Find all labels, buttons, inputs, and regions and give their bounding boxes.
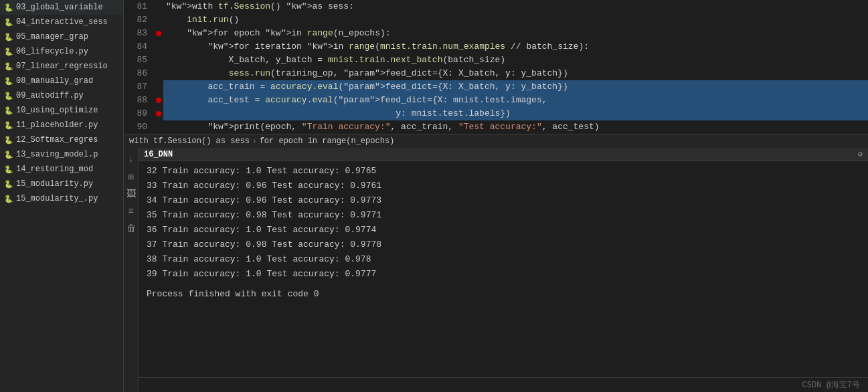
terminal-panel: ↓ ⊞ 🖼 ≡ 🗑 16_DNN ⚙ 32 Train accuracy: 1.… xyxy=(124,148,868,392)
code-line: 87 acc_train = accuracy.eval("param">fee… xyxy=(124,80,868,94)
terminal-footer: CSDN @海宝7号 xyxy=(139,377,868,392)
breakpoint-indicator xyxy=(156,31,161,36)
file-icon: 🐍 xyxy=(4,195,13,203)
file-icon: 🐍 xyxy=(4,106,13,115)
terminal-icon-1[interactable]: ↓ xyxy=(125,153,137,165)
terminal-icon-5[interactable]: 🗑 xyxy=(125,223,137,235)
line-content: X_batch, y_batch = mnist.train.next_batc… xyxy=(163,54,868,67)
file-name: 10_using_optimize xyxy=(16,106,98,115)
terminal-settings-icon[interactable]: ⚙ xyxy=(858,149,863,159)
line-content: y: mnist.test.labels}) xyxy=(163,107,868,120)
terminal-sidebar-icons: ↓ ⊞ 🖼 ≡ 🗑 xyxy=(124,148,139,392)
file-icon: 🐍 xyxy=(4,151,13,159)
output-line: 36 Train accuracy: 1.0 Test accuracy: 0.… xyxy=(147,223,860,237)
line-content: "kw">print(epoch, "Train accuracy:", acc… xyxy=(163,120,868,134)
line-gutter xyxy=(154,67,163,80)
output-line: 38 Train accuracy: 1.0 Test accuracy: 0.… xyxy=(147,252,860,267)
line-content: acc_test = accuracy.eval("param">feed_di… xyxy=(163,94,868,107)
file-name: 14_restoring_mod xyxy=(16,165,93,174)
sidebar-file-item[interactable]: 🐍05_manager_grap xyxy=(0,29,123,44)
line-content: "kw">with tf.Session() "kw">as sess: xyxy=(163,0,868,13)
line-gutter xyxy=(154,94,163,107)
sidebar-file-item[interactable]: 🐍14_restoring_mod xyxy=(0,162,123,177)
output-line: 37 Train accuracy: 0.98 Test accuracy: 0… xyxy=(147,237,860,252)
breadcrumb-item-2: for epoch in range(n_epochs) xyxy=(260,136,395,146)
sidebar-file-item[interactable]: 🐍07_linear_regressio xyxy=(0,59,123,74)
file-icon: 🐍 xyxy=(4,92,13,100)
sidebar-file-item[interactable]: 🐍15_modularity.py xyxy=(0,177,123,191)
file-name: 12_Softmax_regres xyxy=(16,135,98,144)
code-line: 86 sess.run(training_op, "param">feed_di… xyxy=(124,67,868,80)
file-name: 04_interactive_sess xyxy=(16,17,108,27)
sidebar-file-item[interactable]: 🐍10_using_optimize xyxy=(0,103,123,118)
sidebar-file-item[interactable]: 🐍12_Softmax_regres xyxy=(0,132,123,147)
code-line: 89 y: mnist.test.labels}) xyxy=(124,107,868,120)
code-line: 82 init.run() xyxy=(124,13,868,27)
file-name: 05_manager_grap xyxy=(16,32,88,41)
line-gutter xyxy=(154,40,163,54)
main-content: 81"kw">with tf.Session() "kw">as sess:82… xyxy=(124,0,868,392)
line-number: 87 xyxy=(124,80,154,94)
file-icon: 🐍 xyxy=(4,18,13,27)
file-icon: 🐍 xyxy=(4,180,13,189)
terminal-icon-3[interactable]: 🖼 xyxy=(125,188,137,200)
breadcrumb-separator: › xyxy=(252,137,257,145)
code-line: 83 "kw">for epoch "kw">in range(n_epochs… xyxy=(124,27,868,40)
line-content: init.run() xyxy=(163,13,868,27)
sidebar-file-item[interactable]: 🐍15_modularity_.py xyxy=(0,191,123,206)
line-gutter xyxy=(154,0,163,13)
code-line: 90 "kw">print(epoch, "Train accuracy:", … xyxy=(124,120,868,134)
sidebar-file-item[interactable]: 🐍13_saving_model.p xyxy=(0,147,123,162)
line-gutter xyxy=(154,80,163,94)
file-icon: 🐍 xyxy=(4,136,13,144)
terminal-body: 32 Train accuracy: 1.0 Test accuracy: 0.… xyxy=(139,161,868,377)
file-name: 08_manually_grad xyxy=(16,76,93,86)
output-lines: 32 Train accuracy: 1.0 Test accuracy: 0.… xyxy=(147,164,860,282)
output-line: 33 Train accuracy: 0.96 Test accuracy: 0… xyxy=(147,179,860,193)
sidebar-file-item[interactable]: 🐍09_autodiff.py xyxy=(0,88,123,103)
file-sidebar: 🐍03_global_variable🐍04_interactive_sess🐍… xyxy=(0,0,124,392)
line-content: "kw">for iteration "kw">in range(mnist.t… xyxy=(163,40,868,54)
sidebar-file-item[interactable]: 🐍11_placeholder.py xyxy=(0,118,123,132)
sidebar-file-item[interactable]: 🐍04_interactive_sess xyxy=(0,15,123,29)
terminal-header: 16_DNN ⚙ xyxy=(139,148,868,161)
output-line: 35 Train accuracy: 0.98 Test accuracy: 0… xyxy=(147,208,860,223)
line-gutter xyxy=(154,13,163,27)
code-line: 88 acc_test = accuracy.eval("param">feed… xyxy=(124,94,868,107)
line-content: acc_train = accuracy.eval("param">feed_d… xyxy=(163,80,868,94)
line-number: 89 xyxy=(124,107,154,120)
line-number: 88 xyxy=(124,94,154,107)
line-gutter xyxy=(154,107,163,120)
file-icon: 🐍 xyxy=(4,165,13,174)
sidebar-file-item[interactable]: 🐍06_lifecycle.py xyxy=(0,44,123,59)
line-gutter xyxy=(154,54,163,67)
sidebar-file-item[interactable]: 🐍03_global_variable xyxy=(0,0,123,15)
file-name: 09_autodiff.py xyxy=(16,91,84,100)
line-number: 81 xyxy=(124,0,154,13)
terminal-icon-4[interactable]: ≡ xyxy=(125,205,137,217)
file-name: 13_saving_model.p xyxy=(16,150,98,159)
code-lines: 81"kw">with tf.Session() "kw">as sess:82… xyxy=(124,0,868,134)
output-line: 39 Train accuracy: 1.0 Test accuracy: 0.… xyxy=(147,267,860,282)
terminal-icon-2[interactable]: ⊞ xyxy=(125,171,137,183)
output-line: 32 Train accuracy: 1.0 Test accuracy: 0.… xyxy=(147,164,860,179)
file-name: 11_placeholder.py xyxy=(16,120,98,130)
file-icon: 🐍 xyxy=(4,33,13,41)
code-line: 84 "kw">for iteration "kw">in range(mnis… xyxy=(124,40,868,54)
line-number: 85 xyxy=(124,54,154,67)
file-icon: 🐍 xyxy=(4,77,13,86)
file-name: 15_modularity.py xyxy=(16,179,93,189)
file-name: 07_linear_regressio xyxy=(16,62,108,71)
line-number: 90 xyxy=(124,120,154,134)
file-name: 06_lifecycle.py xyxy=(16,47,88,56)
code-line: 81"kw">with tf.Session() "kw">as sess: xyxy=(124,0,868,13)
line-content: sess.run(training_op, "param">feed_dict=… xyxy=(163,67,868,80)
breadcrumb-item-1: with tf.Session() as sess xyxy=(129,136,250,146)
file-icon: 🐍 xyxy=(4,62,13,71)
watermark: CSDN @海宝7号 xyxy=(802,379,860,391)
file-name: 03_global_variable xyxy=(16,3,103,12)
line-content: "kw">for epoch "kw">in range(n_epochs): xyxy=(163,27,868,40)
sidebar-file-item[interactable]: 🐍08_manually_grad xyxy=(0,74,123,88)
breakpoint-indicator xyxy=(156,111,161,116)
file-icon: 🐍 xyxy=(4,3,13,12)
